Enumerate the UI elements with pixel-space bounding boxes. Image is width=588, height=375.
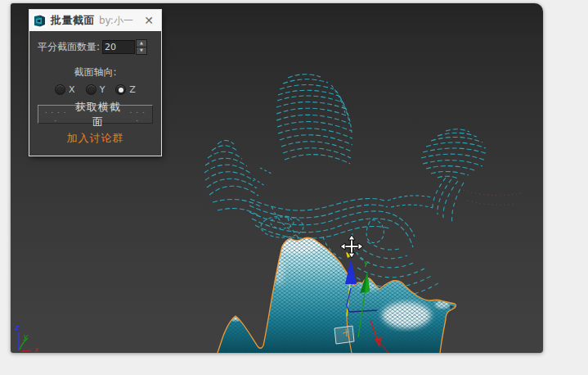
dialog-titlebar[interactable]: 批量截面 by:小一 ✕	[29, 10, 161, 31]
gizmo-z-arrow[interactable]	[345, 259, 357, 284]
dialog-body: 平分截面数量: ▲ ▼ 截面轴向: X Y Z	[29, 31, 161, 156]
contour-lines	[204, 75, 487, 297]
spinner-down-button[interactable]: ▼	[136, 47, 147, 55]
axis-radio-group: X Y Z	[38, 84, 153, 95]
count-spinner: ▲ ▼	[136, 39, 147, 55]
dialog-title: 批量截面	[51, 13, 95, 28]
radio-x-dot[interactable]	[55, 84, 65, 95]
batch-section-dialog: 批量截面 by:小一 ✕ 平分截面数量: ▲ ▼ 截面轴向: X	[29, 10, 161, 156]
section-count-label: 平分截面数量:	[38, 40, 100, 54]
hidden-contour-lines	[460, 189, 522, 205]
radio-axis-z[interactable]: Z	[115, 84, 136, 95]
close-icon[interactable]: ✕	[141, 14, 156, 27]
gizmo-y-axis-label: Y	[363, 260, 370, 269]
radio-axis-x[interactable]: X	[55, 84, 75, 95]
radio-y-dot[interactable]	[86, 84, 97, 95]
tripod-x-label: x	[34, 346, 39, 353]
get-cross-section-button[interactable]: . . . . . 获取横截面 . . . .	[38, 105, 153, 124]
dialog-subtitle: by:小一	[99, 14, 133, 28]
gizmo-pivot-box[interactable]	[334, 326, 354, 344]
radio-z-dot[interactable]	[115, 84, 126, 95]
join-group-link[interactable]: 加入讨论群	[38, 131, 153, 146]
tripod-z-label: z	[15, 323, 20, 332]
app-icon	[33, 14, 47, 28]
application-window: Y z	[0, 0, 588, 375]
world-axis-tripod: z y x	[15, 323, 39, 353]
axis-direction-label: 截面轴向:	[38, 66, 153, 79]
move-cursor-icon	[340, 235, 363, 258]
section-count-input[interactable]	[102, 40, 135, 54]
radio-axis-y[interactable]: Y	[86, 84, 105, 95]
